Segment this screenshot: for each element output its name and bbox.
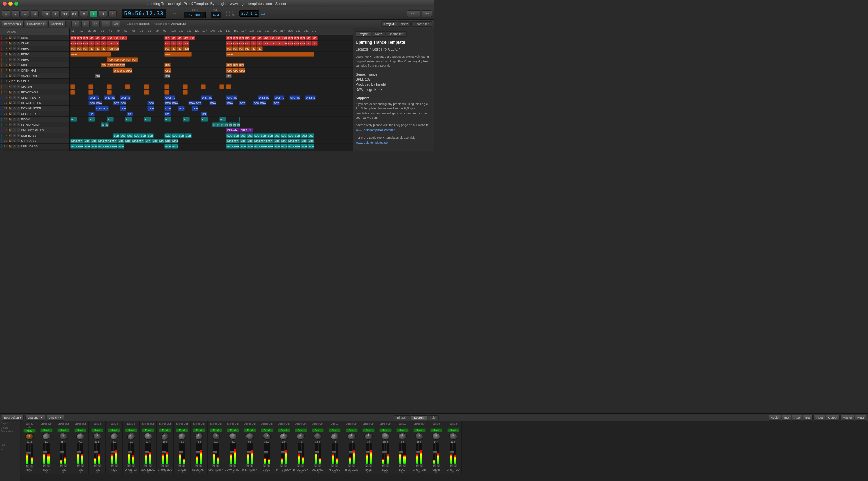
track-row[interactable]: 2MSRCLAP xyxy=(0,41,69,46)
track-s-button[interactable]: S xyxy=(13,68,16,72)
track-s-button[interactable]: S xyxy=(13,63,16,67)
play2-button[interactable]: ▶ xyxy=(90,10,98,17)
arrange-block[interactable]: PERC xyxy=(113,46,119,51)
track-r-button[interactable]: R xyxy=(17,134,20,137)
arrange-block[interactable]: B xyxy=(88,117,95,122)
arrange-block[interactable]: MID BAS xyxy=(97,139,104,143)
arrange-row[interactable]: SUB BASSUB BASSUB BASSUB BASSUB BASSUB B… xyxy=(70,133,353,138)
arrange-block[interactable]: UPLIFTE xyxy=(289,95,300,100)
arrange-block[interactable]: DOWNLI xyxy=(226,101,233,105)
arrange-block[interactable]: SUB BAS xyxy=(280,133,287,138)
arrange-block[interactable]: KICK xyxy=(119,36,125,40)
arrange-block[interactable]: INTRO H xyxy=(212,122,216,127)
arrange-block[interactable]: DOWNLI xyxy=(209,101,216,105)
track-row[interactable]: 11MSRREVCRASH xyxy=(0,89,69,95)
track-r-button[interactable]: R xyxy=(17,85,20,88)
arrange-block[interactable] xyxy=(70,90,75,95)
arrange-row[interactable]: HIGH BAHIGH BAHIGH BAHIGH BAHIGH BAHIGH … xyxy=(70,144,353,149)
track-s-button[interactable]: S xyxy=(13,52,16,56)
arrange-block[interactable]: B xyxy=(125,117,132,122)
track-m-button[interactable]: M xyxy=(8,47,12,51)
funktionen-menu[interactable]: Funktionen ▾ xyxy=(25,21,47,27)
arrange-row[interactable]: RIDERIDERIDERIDERIDERIDERIDERIDE xyxy=(70,62,353,68)
arrange-block[interactable]: MID BAS xyxy=(246,139,253,143)
track-m-button[interactable]: M xyxy=(8,74,12,78)
track-row[interactable]: 7MSROPEN HAT xyxy=(0,68,69,73)
arrange-block[interactable]: B xyxy=(107,117,114,122)
arrange-block[interactable]: SUB BAS xyxy=(240,133,246,138)
arrange-block[interactable]: KICK xyxy=(293,36,299,40)
forward-button[interactable]: ▶▶ xyxy=(71,10,79,17)
close-button[interactable] xyxy=(3,2,7,6)
arrange-block[interactable]: PERC xyxy=(226,52,314,57)
arrange-block[interactable]: DREAMY xyxy=(226,128,240,133)
track-r-button[interactable]: R xyxy=(17,112,20,116)
arrange-block[interactable]: HIGH BA xyxy=(301,144,308,149)
arrange-block[interactable]: DOWNLI xyxy=(178,106,185,111)
record-button[interactable]: ● xyxy=(108,10,117,17)
arrange-block[interactable]: KICK xyxy=(107,36,113,40)
track-m-button[interactable]: M xyxy=(8,134,12,137)
arrange-block[interactable]: PERC xyxy=(238,46,244,51)
track-r-button[interactable]: R xyxy=(17,128,20,132)
arrange-block[interactable]: CLAP xyxy=(70,41,76,46)
arrange-block[interactable]: DOWNLI xyxy=(95,106,102,111)
position-display[interactable]: 59:56:12.33 xyxy=(122,9,166,18)
arrange-block[interactable]: SUB BAS xyxy=(126,133,133,138)
arrange-row[interactable]: PEPPEPPEPPEPPEP xyxy=(70,57,353,62)
track-s-button[interactable]: S xyxy=(13,101,16,105)
arrange-block[interactable]: KICK xyxy=(95,36,101,40)
arrange-block[interactable]: HIGH BA xyxy=(260,144,267,149)
arrange-block[interactable]: CLAP xyxy=(299,41,305,46)
arrange-block[interactable]: MID BAS xyxy=(70,139,77,143)
track-m-button[interactable]: M xyxy=(8,36,12,40)
arrange-block[interactable]: HIGH BA xyxy=(97,144,104,149)
arrange-row[interactable]: BBBBBBBBBB xyxy=(70,117,353,122)
arrange-row[interactable] xyxy=(70,149,353,151)
track-row[interactable]: 1MSRKICK xyxy=(0,35,69,41)
arrange-block[interactable]: MID BAS xyxy=(294,139,301,143)
arrange-block[interactable]: PEP xyxy=(125,57,132,62)
arrange-block[interactable]: DOWNLI xyxy=(113,101,120,105)
arrange-block[interactable] xyxy=(144,90,149,95)
arrange-block[interactable]: UPLIFTE xyxy=(164,95,175,100)
arrange-block[interactable] xyxy=(88,90,93,95)
arrange-block[interactable]: PERC xyxy=(177,46,183,51)
arrange-block[interactable]: PERC xyxy=(95,46,101,51)
faq-link[interactable]: www.logic-templates.com/faq xyxy=(356,128,431,133)
arrange-block[interactable]: HIGH BA xyxy=(104,144,111,149)
arrange-block[interactable]: KICK xyxy=(299,36,305,40)
track-r-button[interactable]: R xyxy=(17,58,20,61)
arrange-block[interactable]: KICK xyxy=(305,36,312,40)
arrange-block[interactable]: CLAP xyxy=(95,41,101,46)
arrange-block[interactable]: SUB BAS xyxy=(308,133,314,138)
arrange-row[interactable]: SNARERSNARERSNARER xyxy=(70,73,353,79)
arrange-block[interactable] xyxy=(164,90,169,95)
arrange-row[interactable]: UPLIFTERUPLIFTERUPLIFTERUPLIFTER xyxy=(70,111,353,117)
arrange-block[interactable] xyxy=(219,84,224,89)
arrange-block[interactable]: SNARER xyxy=(95,74,100,78)
arrange-block[interactable]: OPEN H xyxy=(232,68,239,73)
arrange-block[interactable]: KICK xyxy=(257,36,263,40)
arrange-block[interactable]: KICK xyxy=(101,36,107,40)
track-row[interactable]: 14MSRDOWNLIFTER xyxy=(0,106,69,111)
arrange-block[interactable]: PERC xyxy=(101,46,107,51)
arrange-block[interactable]: HIGH BA xyxy=(294,144,301,149)
arrange-block[interactable]: MID BAS xyxy=(111,139,118,143)
arrange-block[interactable]: MID BAS xyxy=(152,139,158,143)
track-m-button[interactable]: M xyxy=(8,58,12,61)
arrange-block[interactable]: B xyxy=(183,117,190,122)
arrange-block[interactable]: UPLIFTE xyxy=(88,95,99,100)
track-s-button[interactable]: S xyxy=(13,106,16,110)
track-s-button[interactable]: S xyxy=(13,47,16,51)
arrange-block[interactable]: CLAP xyxy=(76,41,82,46)
arrange-block[interactable]: HIGH BA xyxy=(91,144,97,149)
arrange-block[interactable]: PERC xyxy=(70,52,111,57)
arrange-row[interactable]: CLAPCLAPCLAPCLAPCLAPCLAPCLAPCLAPCLAPCLAP… xyxy=(70,41,353,46)
arrange-block[interactable]: HIGH BA xyxy=(77,144,84,149)
arrange-block[interactable]: KICK xyxy=(125,36,127,40)
arrange-block[interactable]: MID BAS xyxy=(301,139,308,143)
arrange-block[interactable]: SUB BAS xyxy=(274,133,280,138)
arrange-row[interactable]: PERCPERCPERCPERCPERCPERCPERCPERCPERCPERC… xyxy=(70,46,353,52)
arrange-block[interactable]: DOWNLI xyxy=(253,101,259,105)
